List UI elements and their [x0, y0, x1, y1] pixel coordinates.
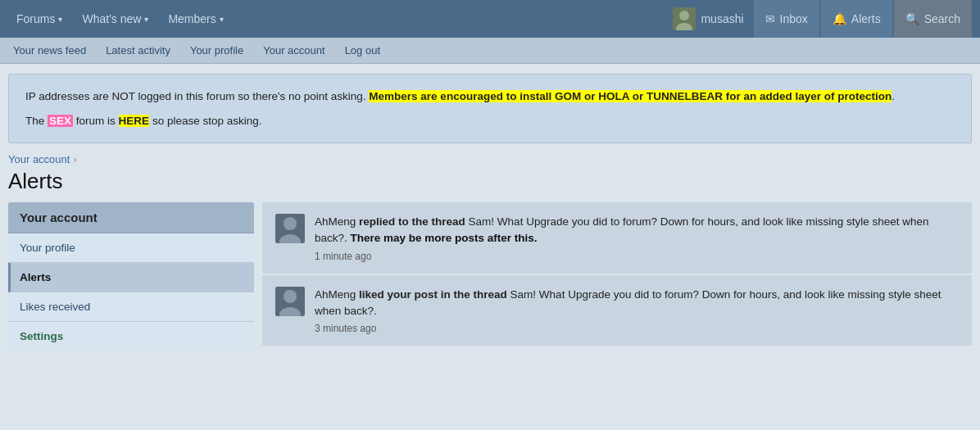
alert-item: AhMeng liked your post in the thread Sam…	[262, 275, 972, 346]
sex-label: SEX	[48, 115, 73, 127]
notice-line2-before: The	[25, 115, 44, 127]
avatar	[673, 7, 696, 30]
sidebar-item-your-profile[interactable]: Your profile	[8, 233, 254, 263]
top-nav-right: musashi ✉ Inbox 🔔 Alerts 🔍 Search	[665, 0, 972, 38]
forums-label: Forums	[16, 12, 55, 25]
notice-line1: IP addresses are NOT logged in this foru…	[25, 88, 955, 106]
notice-line1-highlighted: Members are encouraged to install GOM or…	[369, 90, 892, 102]
members-label: Members	[168, 12, 216, 25]
sec-nav-your-account[interactable]: Your account	[253, 39, 334, 61]
alert-username-0: AhMeng	[315, 215, 356, 228]
alerts-button[interactable]: 🔔 Alerts	[821, 0, 892, 38]
alert-text-0: AhMeng replied to the thread Sam! What U…	[315, 214, 959, 247]
whats-new-chevron-icon: ▾	[144, 15, 148, 24]
search-icon: 🔍	[905, 12, 919, 25]
inbox-button[interactable]: ✉ Inbox	[754, 0, 819, 38]
alert-item: AhMeng replied to the thread Sam! What U…	[262, 202, 972, 274]
alerts-list: AhMeng replied to the thread Sam! What U…	[262, 202, 972, 351]
svg-point-4	[284, 217, 297, 230]
inbox-label: Inbox	[780, 12, 808, 25]
notice-line1-before: IP addresses are NOT logged in this foru…	[25, 90, 366, 102]
alert-username-1: AhMeng	[315, 288, 356, 301]
breadcrumb: Your account ›	[8, 153, 972, 165]
sec-nav-latest-activity[interactable]: Latest activity	[96, 39, 180, 61]
inbox-icon: ✉	[765, 12, 775, 25]
forums-menu[interactable]: Forums ▾	[8, 6, 70, 32]
top-navigation: Forums ▾ What's new ▾ Members ▾ musashi …	[0, 0, 980, 38]
avatar-image	[673, 7, 696, 30]
notice-box: IP addresses are NOT logged in this foru…	[8, 74, 972, 143]
alert-body-0: AhMeng replied to the thread Sam! What U…	[315, 214, 959, 262]
svg-point-1	[679, 11, 689, 20]
search-label: Search	[924, 12, 960, 25]
search-button[interactable]: 🔍 Search	[894, 0, 972, 38]
secondary-navigation: Your news feed Latest activity Your prof…	[0, 38, 980, 64]
alert-time-0: 1 minute ago	[315, 251, 959, 262]
notice-line2-middle: forum is	[76, 115, 116, 127]
sec-nav-your-profile[interactable]: Your profile	[180, 39, 253, 61]
notice-line2: The SEX forum is HERE so please stop ask…	[25, 112, 955, 130]
svg-point-7	[284, 290, 297, 303]
sidebar-item-alerts[interactable]: Alerts	[8, 263, 254, 292]
members-chevron-icon: ▾	[220, 15, 224, 24]
main-content: Your account Your profile Alerts Likes r…	[8, 202, 972, 351]
alert-text-1: AhMeng liked your post in the thread Sam…	[315, 287, 959, 320]
user-menu[interactable]: musashi	[665, 2, 751, 35]
sidebar-settings[interactable]: Settings	[8, 322, 254, 351]
alert-avatar-1	[275, 287, 305, 316]
alert-body-1: AhMeng liked your post in the thread Sam…	[315, 287, 959, 335]
sidebar: Your account Your profile Alerts Likes r…	[8, 202, 254, 351]
sidebar-title: Your account	[8, 202, 254, 233]
avatar-svg-1	[275, 287, 305, 316]
alert-action-1: liked your post in the thread	[359, 288, 507, 301]
alerts-label: Alerts	[851, 12, 881, 25]
alert-emphasis-0: There may be more posts after this.	[351, 232, 538, 244]
here-label: HERE	[119, 115, 150, 127]
sec-nav-news-feed[interactable]: Your news feed	[3, 39, 96, 61]
avatar-svg-0	[275, 214, 305, 243]
bell-icon: 🔔	[833, 12, 846, 25]
avatar-image-0	[275, 214, 305, 243]
username-label: musashi	[701, 12, 743, 25]
notice-line2-after: so please stop asking.	[152, 115, 262, 127]
whats-new-label: What's new	[82, 12, 141, 25]
sec-nav-log-out[interactable]: Log out	[335, 39, 390, 61]
whats-new-menu[interactable]: What's new ▾	[74, 6, 157, 32]
breadcrumb-separator: ›	[73, 153, 76, 165]
sidebar-item-likes-received[interactable]: Likes received	[8, 292, 254, 322]
alert-avatar-0	[275, 214, 305, 243]
page-title: Alerts	[8, 169, 972, 194]
forums-chevron-icon: ▾	[58, 15, 62, 24]
avatar-image-1	[275, 287, 305, 316]
members-menu[interactable]: Members ▾	[160, 6, 231, 32]
top-nav-left: Forums ▾ What's new ▾ Members ▾	[8, 6, 665, 32]
alert-action-0: replied to the thread	[359, 215, 465, 228]
breadcrumb-link[interactable]: Your account	[8, 153, 70, 165]
alert-time-1: 3 minutes ago	[315, 323, 959, 334]
